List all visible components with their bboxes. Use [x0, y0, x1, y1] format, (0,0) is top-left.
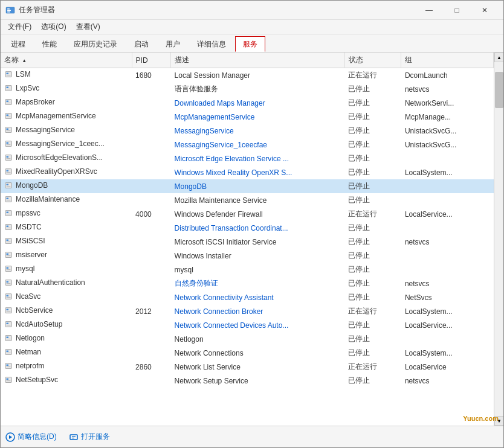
service-icon: [4, 153, 13, 162]
service-name-cell: MongoDB: [1, 179, 112, 191]
service-icon: [4, 181, 13, 190]
col-header-pid[interactable]: PID: [132, 53, 171, 68]
service-pid-cell: [132, 235, 171, 249]
service-pid-cell: [132, 290, 171, 304]
service-group-cell: [401, 263, 494, 277]
open-services-button[interactable]: 打开服务: [69, 432, 110, 442]
table-row[interactable]: McpManagementServiceMcpManagementService…: [1, 110, 494, 124]
table-row[interactable]: NetSetupSvcNetwork Setup Service已停止netsv…: [1, 374, 494, 388]
tab-process[interactable]: 进程: [3, 36, 33, 52]
table-row[interactable]: LSM1680Local Session Manager正在运行DcomLaun…: [1, 68, 494, 83]
scrollbar[interactable]: ▲ ▼: [494, 53, 503, 426]
service-pid-cell: [132, 138, 171, 152]
menu-options[interactable]: 选项(O): [36, 21, 71, 33]
maximize-button[interactable]: □: [443, 1, 471, 20]
svg-rect-41: [7, 239, 9, 241]
service-icon: [4, 126, 13, 134]
service-status-cell: 已停止: [344, 332, 401, 346]
table-row[interactable]: MSDTCDistributed Transaction Coordinat..…: [1, 221, 494, 235]
table-row[interactable]: NetlogonNetlogon已停止: [1, 332, 494, 346]
service-group-cell: UnistackSvcG...: [401, 138, 494, 152]
table-row[interactable]: MongoDBMongoDB已停止: [1, 179, 494, 193]
service-status-cell: 已停止: [344, 152, 401, 165]
table-row[interactable]: mysqlmysql已停止: [1, 263, 494, 277]
table-row[interactable]: MozillaMaintenanceMozilla Maintenance Se…: [1, 193, 494, 207]
scroll-up-button[interactable]: ▲: [494, 53, 503, 62]
service-status-cell: 正在运行: [344, 207, 401, 221]
service-name-text: MozillaMaintenance: [16, 195, 80, 203]
col-header-desc[interactable]: 描述: [171, 53, 344, 68]
tab-performance[interactable]: 性能: [34, 36, 65, 52]
service-name-cell: MessagingService: [1, 124, 112, 136]
svg-rect-16: [5, 127, 12, 133]
table-row[interactable]: MSiSCSIMicrosoft iSCSI Initiator Service…: [1, 235, 494, 249]
service-pid-cell: [132, 263, 171, 277]
service-status-cell: 已停止: [344, 346, 401, 360]
service-name-text: Netman: [16, 348, 41, 356]
table-row[interactable]: msiserverWindows Installer已停止: [1, 249, 494, 263]
table-row[interactable]: NetmanNetwork Connections已停止LocalSystem.…: [1, 346, 494, 360]
service-desc-cell: Downloaded Maps Manager: [171, 96, 344, 110]
service-group-cell: [401, 193, 494, 207]
table-row[interactable]: MicrosoftEdgeElevationS...Microsoft Edge…: [1, 152, 494, 165]
summary-toggle[interactable]: 简略信息(D): [5, 432, 57, 442]
content-area: 名称 ▲ PID 描述 状态: [1, 53, 503, 426]
svg-marker-74: [9, 435, 12, 439]
service-name-cell: Netlogon: [1, 332, 112, 344]
service-name-text: LxpSvc: [16, 84, 39, 92]
service-status-cell: 正在运行: [344, 304, 401, 318]
svg-rect-75: [70, 435, 77, 440]
service-pid-cell: [132, 179, 171, 193]
table-row[interactable]: MessagingService_1ceec...MessagingServic…: [1, 138, 494, 152]
service-name-cell: NcdAutoSetup: [1, 318, 112, 330]
col-header-status[interactable]: 状态: [344, 53, 401, 68]
menu-view[interactable]: 查看(V): [71, 21, 105, 33]
table-row[interactable]: LxpSvc语言体验服务已停止netsvcs: [1, 82, 494, 96]
scroll-track[interactable]: [494, 62, 503, 416]
service-status-cell: 正在运行: [344, 360, 401, 374]
menu-file[interactable]: 文件(F): [3, 21, 36, 33]
services-table-container[interactable]: 名称 ▲ PID 描述 状态: [1, 53, 494, 426]
svg-rect-15: [7, 117, 11, 117]
tab-details[interactable]: 详细信息: [189, 36, 234, 52]
service-pid-cell: [132, 346, 171, 360]
minimize-button[interactable]: —: [415, 1, 443, 20]
services-icon: [69, 432, 79, 442]
table-row[interactable]: MapsBrokerDownloaded Maps Manager已停止Netw…: [1, 96, 494, 110]
service-pid-cell: [132, 110, 171, 124]
col-header-group[interactable]: 组: [401, 53, 494, 68]
service-name-cell: NetSetupSvc: [1, 374, 112, 386]
svg-rect-1: [7, 8, 10, 10]
table-row[interactable]: NcaSvcNetwork Connectivity Assistant已停止N…: [1, 290, 494, 304]
summary-icon: [5, 432, 15, 442]
service-icon: [4, 264, 13, 273]
table-row[interactable]: MixedRealityOpenXRSvcWindows Mixed Reali…: [1, 165, 494, 179]
table-row[interactable]: netprofm2860Network List Service正在运行Loca…: [1, 360, 494, 374]
service-pid-cell: [132, 221, 171, 235]
service-desc-cell: MessagingService: [171, 124, 344, 138]
close-button[interactable]: ✕: [471, 1, 499, 20]
service-name-cell: NcbService: [1, 304, 112, 316]
table-row[interactable]: NcdAutoSetupNetwork Connected Devices Au…: [1, 318, 494, 332]
table-row[interactable]: NcbService2012Network Connection Broker正…: [1, 304, 494, 318]
scroll-thumb[interactable]: [495, 72, 503, 108]
svg-rect-21: [7, 144, 11, 145]
service-group-cell: LocalService: [401, 360, 494, 374]
tab-services[interactable]: 服务: [235, 36, 265, 52]
table-row[interactable]: mpssvc4000Windows Defender Firewall正在运行L…: [1, 207, 494, 221]
svg-rect-19: [5, 141, 12, 147]
tab-app-history[interactable]: 应用历史记录: [66, 36, 125, 52]
service-name-cell: mysql: [1, 263, 112, 275]
col-header-name[interactable]: 名称 ▲: [1, 53, 132, 68]
svg-rect-3: [7, 11, 10, 13]
tab-users[interactable]: 用户: [158, 36, 188, 52]
tab-startup[interactable]: 启动: [126, 36, 157, 52]
service-name-cell: MapsBroker: [1, 96, 112, 108]
service-name-text: McpManagementService: [16, 112, 96, 120]
svg-rect-71: [7, 378, 9, 380]
service-icon: [4, 348, 13, 356]
table-row[interactable]: MessagingServiceMessagingService已停止Unist…: [1, 124, 494, 138]
service-name-text: MapsBroker: [16, 98, 55, 106]
svg-rect-58: [5, 322, 12, 327]
table-row[interactable]: NaturalAuthentication自然身份验证已停止netsvcs: [1, 277, 494, 290]
